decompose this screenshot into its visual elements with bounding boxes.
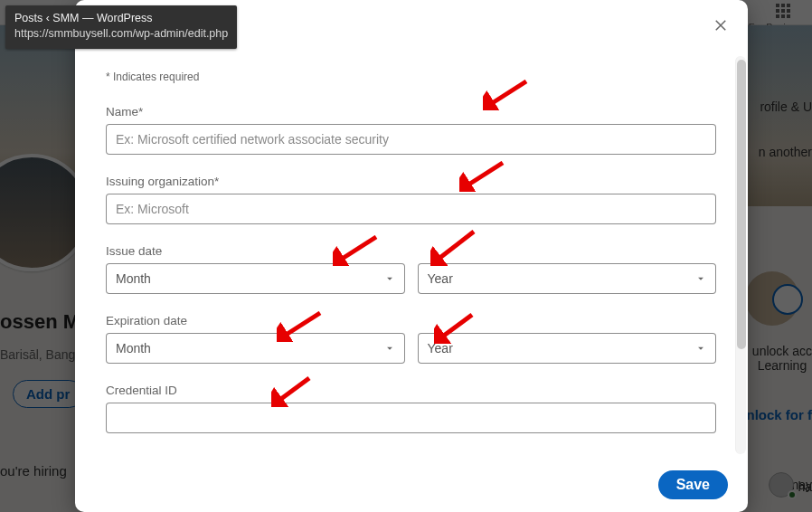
issue-date-field: Issue date Month Year [106, 244, 716, 294]
issue-year-select[interactable]: Year [418, 263, 717, 294]
scrollbar-track[interactable] [735, 56, 746, 454]
modal-footer: Save [75, 458, 748, 512]
modal-body-wrap: * Indicates required Name* Issuing organ… [75, 52, 748, 458]
issuing-org-input[interactable] [106, 194, 716, 224]
expiration-month-select[interactable]: Month [106, 333, 405, 364]
issuing-org-field: Issuing organization* [106, 175, 716, 224]
credential-id-field: Credential ID [106, 384, 716, 433]
close-button[interactable] [706, 13, 735, 42]
expiration-year-select[interactable]: Year [418, 333, 717, 364]
modal-body: * Indicates required Name* Issuing organ… [75, 52, 734, 458]
issue-month-value: Month [116, 271, 151, 286]
add-certification-modal: fication * Indicates required Name* Issu… [75, 0, 748, 512]
credential-id-label: Credential ID [106, 384, 716, 397]
credential-id-input[interactable] [106, 403, 716, 433]
save-button[interactable]: Save [658, 470, 728, 499]
close-icon [713, 17, 729, 37]
name-label: Name* [106, 105, 716, 119]
issue-year-value: Year [428, 271, 453, 286]
issue-month-select[interactable]: Month [106, 263, 405, 294]
name-input[interactable] [106, 124, 716, 155]
expiration-month-value: Month [116, 341, 151, 356]
expiration-date-field: Expiration date Month Year [106, 314, 716, 364]
expiration-year-value: Year [428, 341, 453, 356]
issue-date-label: Issue date [106, 244, 716, 258]
tooltip-url: https://smmbuysell.com/wp-admin/edit.php [14, 26, 228, 42]
scrollbar-thumb[interactable] [737, 60, 746, 349]
expiration-date-label: Expiration date [106, 314, 716, 327]
tooltip-title: Posts ‹ SMM — WordPress [14, 11, 228, 26]
issuing-org-label: Issuing organization* [106, 175, 716, 188]
link-preview-tooltip: Posts ‹ SMM — WordPress https://smmbuyse… [5, 5, 237, 49]
name-field: Name* [106, 105, 716, 155]
required-indicator-note: * Indicates required [106, 71, 716, 83]
